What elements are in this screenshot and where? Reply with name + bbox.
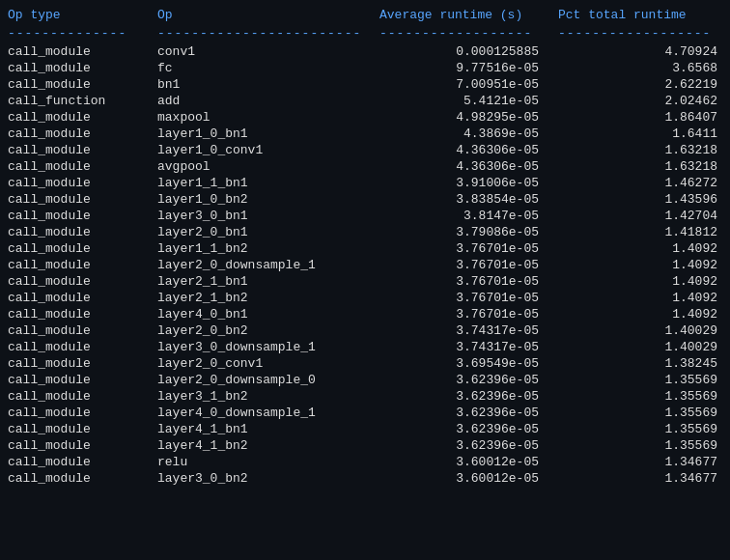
cell-avg-runtime: 3.69549e-05	[379, 356, 558, 371]
cell-pct-runtime: 1.6411	[558, 126, 727, 141]
cell-pct-runtime: 1.35569	[558, 389, 727, 404]
table-row: call_module layer2_0_downsample_1 3.7670…	[4, 257, 726, 273]
table-row: call_module layer4_0_bn1 3.76701e-05 1.4…	[4, 306, 726, 322]
cell-op-name: layer2_1_bn2	[157, 291, 379, 305]
cell-op-name: bn1	[157, 77, 379, 92]
cell-pct-runtime: 1.4092	[558, 274, 727, 289]
table-row: call_module layer1_0_bn1 4.3869e-05 1.64…	[4, 126, 726, 142]
cell-pct-runtime: 1.34677	[558, 471, 727, 486]
cell-op-name: maxpool	[157, 110, 379, 125]
cell-avg-runtime: 3.60012e-05	[379, 471, 558, 486]
cell-op-name: avgpool	[157, 159, 379, 174]
cell-pct-runtime: 2.62219	[558, 77, 727, 92]
table-row: call_module layer2_1_bn2 3.76701e-05 1.4…	[4, 290, 726, 306]
cell-op-type: call_module	[8, 274, 157, 289]
col-header-avg-runtime: Average runtime (s)	[379, 8, 558, 22]
cell-op-type: call_module	[8, 209, 157, 223]
cell-pct-runtime: 1.46272	[558, 176, 727, 190]
cell-op-type: call_module	[8, 356, 157, 371]
cell-avg-runtime: 3.76701e-05	[379, 307, 558, 322]
cell-pct-runtime: 1.35569	[558, 422, 727, 436]
cell-op-name: layer2_0_bn2	[157, 323, 379, 338]
cell-avg-runtime: 7.00951e-05	[379, 77, 558, 92]
cell-op-type: call_module	[8, 159, 157, 174]
cell-avg-runtime: 3.62396e-05	[379, 373, 558, 387]
cell-op-name: layer1_0_bn2	[157, 192, 379, 207]
cell-avg-runtime: 4.3869e-05	[379, 126, 558, 141]
cell-avg-runtime: 3.76701e-05	[379, 274, 558, 289]
cell-op-type: call_module	[8, 307, 157, 322]
cell-op-type: call_module	[8, 192, 157, 207]
divider-3: ------------------	[379, 26, 558, 41]
cell-op-name: conv1	[157, 44, 379, 59]
cell-avg-runtime: 3.79086e-05	[379, 225, 558, 239]
table-row: call_module layer1_0_bn2 3.83854e-05 1.4…	[4, 191, 726, 208]
cell-op-type: call_module	[8, 422, 157, 436]
cell-op-type: call_module	[8, 241, 157, 256]
cell-pct-runtime: 1.35569	[558, 373, 727, 387]
table-row: call_module layer1_1_bn1 3.91006e-05 1.4…	[4, 175, 726, 191]
cell-op-type: call_module	[8, 77, 157, 92]
cell-op-type: call_module	[8, 110, 157, 125]
cell-avg-runtime: 3.76701e-05	[379, 258, 558, 272]
cell-avg-runtime: 3.8147e-05	[379, 209, 558, 223]
divider-4: ------------------	[558, 26, 727, 41]
cell-pct-runtime: 1.42704	[558, 209, 727, 223]
cell-avg-runtime: 5.4121e-05	[379, 94, 558, 108]
table-row: call_module layer2_0_downsample_0 3.6239…	[4, 372, 726, 388]
cell-pct-runtime: 1.43596	[558, 192, 727, 207]
cell-pct-runtime: 1.63218	[558, 143, 727, 157]
cell-pct-runtime: 1.38245	[558, 356, 727, 371]
table-row: call_module maxpool 4.98295e-05 1.86407	[4, 109, 726, 126]
cell-op-name: layer4_0_downsample_1	[157, 406, 379, 420]
cell-pct-runtime: 3.6568	[558, 61, 727, 75]
cell-op-type: call_module	[8, 44, 157, 59]
cell-avg-runtime: 3.60012e-05	[379, 455, 558, 469]
table-row: call_module bn1 7.00951e-05 2.62219	[4, 76, 726, 93]
cell-pct-runtime: 1.63218	[558, 159, 727, 174]
cell-avg-runtime: 3.74317e-05	[379, 323, 558, 338]
cell-avg-runtime: 9.77516e-05	[379, 61, 558, 75]
cell-op-type: call_module	[8, 340, 157, 354]
cell-avg-runtime: 4.36306e-05	[379, 159, 558, 174]
cell-pct-runtime: 1.35569	[558, 406, 727, 420]
table-row: call_module layer3_0_bn2 3.60012e-05 1.3…	[4, 470, 726, 487]
cell-pct-runtime: 1.86407	[558, 110, 727, 125]
cell-pct-runtime: 2.02462	[558, 94, 727, 108]
cell-op-type: call_module	[8, 176, 157, 190]
cell-op-type: call_module	[8, 258, 157, 272]
cell-op-name: layer2_0_downsample_0	[157, 373, 379, 387]
table-row: call_module layer4_1_bn2 3.62396e-05 1.3…	[4, 437, 726, 454]
cell-pct-runtime: 1.4092	[558, 241, 727, 256]
table-row: call_module layer2_1_bn1 3.76701e-05 1.4…	[4, 273, 726, 290]
cell-op-name: add	[157, 94, 379, 108]
cell-op-name: fc	[157, 61, 379, 75]
table-row: call_module layer3_0_downsample_1 3.7431…	[4, 339, 726, 355]
col-header-pct-runtime: Pct total runtime	[558, 8, 727, 22]
cell-op-name: layer3_0_bn2	[157, 471, 379, 486]
cell-op-name: layer2_0_bn1	[157, 225, 379, 239]
cell-op-name: layer1_1_bn2	[157, 241, 379, 256]
cell-pct-runtime: 1.41812	[558, 225, 727, 239]
divider-2: ------------------------	[157, 26, 379, 41]
table-row: call_module layer1_1_bn2 3.76701e-05 1.4…	[4, 240, 726, 257]
cell-op-type: call_module	[8, 225, 157, 239]
cell-op-name: layer4_0_bn1	[157, 307, 379, 322]
table-divider: -------------- ------------------------ …	[4, 26, 726, 41]
cell-op-type: call_function	[8, 94, 157, 108]
cell-pct-runtime: 1.35569	[558, 438, 727, 453]
cell-pct-runtime: 4.70924	[558, 44, 727, 59]
table-header-row: Op type Op Average runtime (s) Pct total…	[4, 6, 726, 24]
cell-pct-runtime: 1.4092	[558, 258, 727, 272]
cell-op-type: call_module	[8, 438, 157, 453]
cell-avg-runtime: 4.36306e-05	[379, 143, 558, 157]
cell-op-name: layer2_1_bn1	[157, 274, 379, 289]
profiler-table: Op type Op Average runtime (s) Pct total…	[0, 0, 730, 492]
cell-op-type: call_module	[8, 126, 157, 141]
cell-op-type: call_module	[8, 373, 157, 387]
cell-pct-runtime: 1.4092	[558, 307, 727, 322]
table-row: call_module conv1 0.000125885 4.70924	[4, 43, 726, 60]
cell-op-name: layer3_0_bn1	[157, 209, 379, 223]
cell-op-name: layer2_0_downsample_1	[157, 258, 379, 272]
table-row: call_module layer4_1_bn1 3.62396e-05 1.3…	[4, 421, 726, 437]
